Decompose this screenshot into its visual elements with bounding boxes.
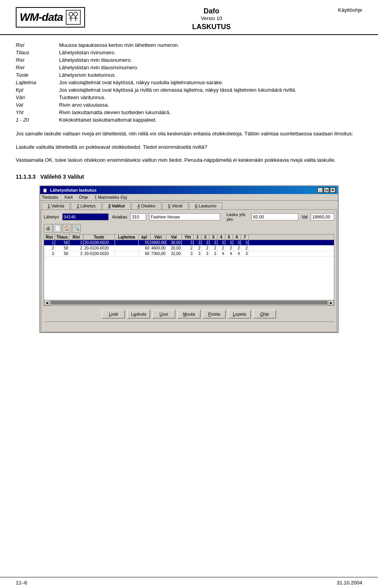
- desc-rivi2: Lähetyslistan rivin tilausnumero.: [51, 56, 362, 64]
- cell-3-s4: 4: [217, 251, 225, 256]
- def-row-yht: Yht Rivin laskuttamatta olevien tuotteid…: [16, 109, 362, 116]
- col-4: 4: [217, 235, 225, 240]
- cell-2-tilaus: 58: [55, 246, 69, 251]
- toolbar-btn-1[interactable]: 🖨: [44, 224, 52, 233]
- cell-2-yht: 2: [182, 246, 194, 251]
- grid-row-1[interactable]: 1 58 1 20-0100-0020 55 6900,00 30,00 3 3…: [44, 240, 334, 246]
- col-6: 6: [233, 235, 241, 240]
- btn-uusi[interactable]: Uusi: [152, 310, 175, 318]
- main-content: Rivi Muussa tapauksessa kertoo rivin läh…: [0, 35, 378, 339]
- btn-lisat[interactable]: Lisät: [102, 310, 125, 318]
- cell-3-vari: 7360,00: [150, 251, 166, 256]
- menu-tiedosto[interactable]: Tiedosto: [42, 195, 58, 200]
- tab-2-lahetys[interactable]: 2 Lähetys: [71, 202, 102, 209]
- svg-point-2: [74, 12, 78, 16]
- cell-1-s2: 3: [202, 240, 209, 245]
- cell-2-lajitelma: [115, 246, 139, 251]
- cell-1-s7: 3: [241, 240, 249, 245]
- menu-ohje[interactable]: Ohje: [79, 195, 88, 200]
- restore-button[interactable]: ▭: [324, 187, 329, 193]
- term-tuote: Tuote: [16, 71, 51, 79]
- svg-point-1: [69, 12, 73, 16]
- tab-3-valitut[interactable]: 3 Valitut: [102, 202, 131, 209]
- btn-poista[interactable]: Poista: [203, 310, 226, 318]
- cell-3-rivi2: 3: [69, 251, 83, 256]
- horizontal-scrollbar[interactable]: ◀ ▶: [44, 300, 334, 305]
- col-2: 2: [202, 235, 209, 240]
- cell-1-s4: 3: [217, 240, 225, 245]
- term-rivi1: Rivi: [16, 41, 51, 49]
- grid-header: Rivi Tilaus Rivi Tuote Lajitelma kpl Vär…: [44, 235, 334, 240]
- cell-3-tuote: 20-0100-0020: [83, 251, 115, 256]
- val-input[interactable]: [311, 213, 334, 220]
- desc-tuote: Lähetysrivin tuotetunnus.: [51, 71, 362, 79]
- lahetys-input[interactable]: [62, 213, 109, 220]
- def-row-rivi3: Rivi Lähetyslistan rivin tilausrivinumer…: [16, 64, 362, 71]
- tab-5-vienti[interactable]: 5 Vienti: [162, 202, 189, 209]
- grid-row-2[interactable]: 2 58 2 20-0100-0020 60 4600,00 20,00 2 2…: [44, 246, 334, 251]
- term-vari: Väri: [16, 94, 51, 101]
- col-rivi: Rivi: [44, 235, 55, 240]
- grid-row-3[interactable]: 3 58 3 20-0100-0020 60 7360,00 32,00 3 3…: [44, 251, 334, 257]
- guide-label: Käyttöohje: [338, 7, 362, 13]
- data-grid: Rivi Tilaus Rivi Tuote Lajitelma kpl Vär…: [44, 234, 334, 306]
- version: Versio 10: [192, 15, 231, 21]
- col-rivi2: Rivi: [69, 235, 83, 240]
- def-row-rivi2: Rivi Lähetyslistan rivin tilausnumero.: [16, 56, 362, 64]
- cell-3-s1: 3: [194, 251, 202, 256]
- cell-1-val: 30,00: [166, 240, 182, 245]
- toolbar-btn-3[interactable]: 🏠: [63, 224, 71, 233]
- btn-laskuta[interactable]: Laskuta: [127, 310, 150, 318]
- def-row-lajitelma: Lajitelma Jos vakiolajitelmat ovat käytö…: [16, 79, 362, 86]
- cell-3-tilaus: 58: [55, 251, 69, 256]
- window-body: Lähetys Asiakas Lasku yht. yks Val 🖨 📄 🏠…: [41, 209, 337, 332]
- col-tuote: Tuote: [83, 235, 115, 240]
- cell-1-rivi2: 1: [69, 240, 83, 245]
- customer-name-input[interactable]: [149, 213, 220, 220]
- logo-icon: [65, 9, 81, 25]
- val-label: Val: [302, 214, 308, 219]
- scroll-track[interactable]: [50, 301, 328, 305]
- cell-3-s3: 3: [209, 251, 217, 256]
- cell-1-lajitelma: [115, 240, 139, 245]
- scroll-right-btn[interactable]: ▶: [328, 300, 334, 305]
- cell-3-s5: 4: [225, 251, 233, 256]
- cell-1-kpl: 55: [139, 240, 150, 245]
- lasku-value-input[interactable]: [252, 213, 298, 220]
- cell-2-rivi: 2: [44, 246, 55, 251]
- desc-rivi1: Muussa tapauksessa kertoo rivin lähettee…: [51, 41, 362, 49]
- cell-3-kpl: 60: [139, 251, 150, 256]
- btn-muuta[interactable]: Muuta: [178, 310, 200, 318]
- desc-rivi3: Lähetyslistan rivin tilausrivinumero.: [51, 64, 362, 71]
- scroll-left-btn[interactable]: ◀: [44, 300, 50, 305]
- tab-4-otsikko[interactable]: 4 Otsikko: [132, 202, 161, 209]
- def-row-val: Val Rivin arvo valuutassa.: [16, 101, 362, 109]
- minimize-button[interactable]: _: [317, 187, 323, 193]
- cell-2-s3: 2: [209, 246, 217, 251]
- tab-1-valinta[interactable]: 1 Valinta: [42, 202, 70, 209]
- menu-kieli[interactable]: Kieli: [65, 195, 73, 200]
- tab-6-laskunro[interactable]: 6 Laskunro: [189, 202, 222, 209]
- desc-lajitelma: Jos vakiolajitelmat ovat käytössä, näkyy…: [51, 79, 362, 86]
- cell-3-s6: 4: [233, 251, 241, 256]
- cell-2-rivi2: 2: [69, 246, 83, 251]
- btn-ohje[interactable]: Ohje: [253, 310, 276, 318]
- cell-2-s1: 2: [194, 246, 202, 251]
- cell-3-val: 32,00: [166, 251, 182, 256]
- logo-area: WM-data: [16, 7, 85, 28]
- menu-marimekko[interactable]: 1 Marimekko Oyj: [94, 195, 127, 200]
- window-titlebar: 📋 Lähetyslistan laskutus _ ▭ ✕: [40, 186, 338, 194]
- def-row-1-20: 1 - 20 Kokokohtaiset laskuttamattomat ka…: [16, 116, 362, 124]
- window-title: 📋 Lähetyslistan laskutus: [43, 188, 96, 192]
- toolbar-btn-2[interactable]: 📄: [53, 224, 62, 233]
- col-1: 1: [194, 235, 202, 240]
- toolbar-btn-4[interactable]: 🔍: [72, 224, 81, 233]
- term-yht: Yht: [16, 109, 51, 116]
- def-row-tilaus: Tilaus Lähetyslistan rivinumero.: [16, 49, 362, 56]
- page-footer: 11–6 31.10.2004: [0, 577, 378, 588]
- btn-lopeta[interactable]: Lopeta: [228, 310, 251, 318]
- asiakas-input[interactable]: [130, 213, 146, 220]
- term-tilaus: Tilaus: [16, 49, 51, 56]
- close-button[interactable]: ✕: [330, 187, 335, 193]
- titlebar-controls[interactable]: _ ▭ ✕: [317, 187, 335, 193]
